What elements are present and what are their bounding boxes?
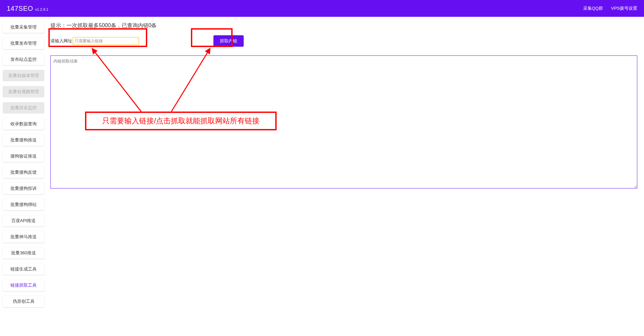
input-row: 请输入网址 抓取内链 [50,35,637,47]
fetch-button[interactable]: 抓取内链 [213,35,244,47]
sidebar-item-16[interactable]: 链接抓取工具 [3,280,44,291]
sidebar-item-3: 批量自媒体管理 [3,70,44,81]
vps-settings-link[interactable]: VPS拨号设置 [611,5,637,11]
main-container: 批量采集管理批量发布管理发布站点监控批量自媒体管理批量短视频管理批量排名监控收录… [0,17,644,336]
app-version: v1.2.9.1 [35,7,48,11]
sidebar-item-17[interactable]: 伪原创工具 [3,296,44,307]
hint-text: 提示：一次抓取最多5000条，已查询内链0条 [50,22,637,29]
sidebar-item-6[interactable]: 收录数据查询 [3,118,44,130]
url-input-label: 请输入网址 [50,38,72,44]
sidebar-item-13[interactable]: 批量神马推送 [3,231,44,243]
url-input[interactable] [73,37,139,45]
app-header: 147SEO v1.2.9.1 采集QQ群 VPS拨号设置 [0,0,644,17]
sidebar-item-7[interactable]: 批量搜狗推送 [3,134,44,146]
main-content: 提示：一次抓取最多5000条，已查询内链0条 请输入网址 抓取内链 只需要输入链… [47,17,644,336]
app-logo: 147SEO [7,5,33,12]
sidebar[interactable]: 批量采集管理批量发布管理发布站点监控批量自媒体管理批量短视频管理批量排名监控收录… [0,17,47,336]
sidebar-item-1[interactable]: 批量发布管理 [3,38,44,49]
sidebar-item-4: 批量短视频管理 [3,86,44,97]
sidebar-item-14[interactable]: 批量360推送 [3,247,44,259]
sidebar-item-9[interactable]: 批量搜狗反馈 [3,167,44,178]
result-textarea[interactable] [50,55,637,188]
sidebar-item-5: 批量排名监控 [3,102,44,114]
sidebar-item-11[interactable]: 批量搜狗绑站 [3,199,44,210]
sidebar-item-2[interactable]: 发布站点监控 [3,54,44,65]
sidebar-item-15[interactable]: 链接生成工具 [3,263,44,275]
header-left: 147SEO v1.2.9.1 [7,5,48,12]
sidebar-item-10[interactable]: 批量搜狗投诉 [3,183,44,194]
sidebar-item-8[interactable]: 搜狗验证推送 [3,151,44,162]
header-right: 采集QQ群 VPS拨号设置 [583,5,637,11]
qq-group-link[interactable]: 采集QQ群 [583,5,603,11]
sidebar-item-0[interactable]: 批量采集管理 [3,22,44,33]
sidebar-item-12[interactable]: 百度API推送 [3,215,44,226]
